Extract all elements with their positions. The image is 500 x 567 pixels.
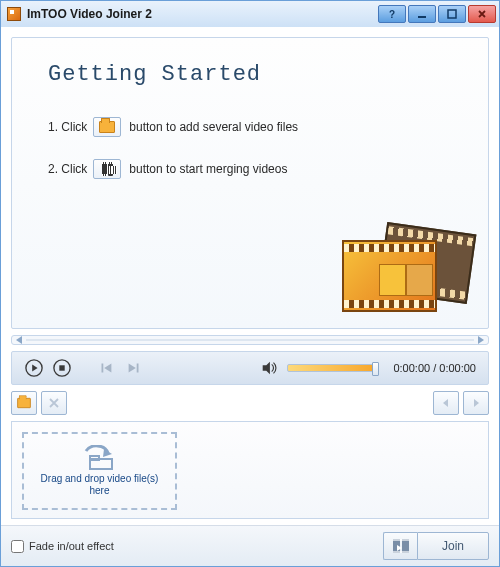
time-display: 0:00:00 / 0:00:00 <box>393 362 476 374</box>
svg-rect-9 <box>102 364 104 373</box>
close-button[interactable] <box>468 5 496 23</box>
window-title: ImTOO Video Joiner 2 <box>27 7 152 21</box>
fade-label: Fade in/out effect <box>29 540 114 552</box>
move-left-button[interactable] <box>433 391 459 415</box>
content-area: Getting Started 1. Click button to add s… <box>1 27 499 525</box>
film-icon <box>102 162 113 176</box>
svg-marker-4 <box>478 336 484 344</box>
add-file-button[interactable] <box>11 391 37 415</box>
svg-rect-22 <box>393 551 409 553</box>
move-right-button[interactable] <box>463 391 489 415</box>
svg-rect-19 <box>393 539 400 553</box>
seek-track[interactable] <box>11 335 489 345</box>
drop-arrow-icon <box>80 445 120 471</box>
folder-icon <box>99 121 115 133</box>
playback-controls: 0:00:00 / 0:00:00 <box>11 351 489 385</box>
join-button[interactable]: Join <box>417 532 489 560</box>
app-icon <box>7 7 21 21</box>
step-1: 1. Click button to add several video fil… <box>48 117 462 137</box>
svg-marker-6 <box>32 364 37 371</box>
svg-text:?: ? <box>389 9 395 20</box>
join-icon <box>383 532 417 560</box>
folder-icon <box>17 398 31 408</box>
svg-marker-10 <box>104 364 111 373</box>
step-1-pre: 1. Click <box>48 120 87 134</box>
fade-effect-option[interactable]: Fade in/out effect <box>11 540 114 553</box>
svg-rect-1 <box>418 16 426 18</box>
getting-started-panel: Getting Started 1. Click button to add s… <box>11 37 489 329</box>
minimize-button[interactable] <box>408 5 436 23</box>
volume-icon[interactable] <box>259 358 279 378</box>
step-1-post: button to add several video files <box>129 120 298 134</box>
svg-rect-12 <box>137 364 139 373</box>
step-2-post: button to start merging videos <box>129 162 287 176</box>
svg-marker-15 <box>474 399 479 407</box>
play-button[interactable] <box>24 358 44 378</box>
drop-zone-label: Drag and drop video file(s) here <box>24 473 175 497</box>
join-button-label: Join <box>442 539 464 553</box>
svg-rect-8 <box>59 365 64 370</box>
file-toolbar <box>11 391 489 415</box>
getting-started-title: Getting Started <box>48 62 462 87</box>
remove-file-button[interactable] <box>41 391 67 415</box>
next-button[interactable] <box>124 358 144 378</box>
titlebar: ImTOO Video Joiner 2 ? <box>1 1 499 27</box>
step-2: 2. Click button to start merging videos <box>48 159 462 179</box>
help-button[interactable]: ? <box>378 5 406 23</box>
join-group: Join <box>383 532 489 560</box>
bottom-bar: Fade in/out effect Join <box>1 525 499 566</box>
prev-button[interactable] <box>96 358 116 378</box>
svg-marker-3 <box>16 336 22 344</box>
add-files-icon-inline <box>93 117 121 137</box>
joiner-illustration <box>342 228 472 318</box>
svg-rect-2 <box>448 10 456 18</box>
drop-zone[interactable]: Drag and drop video file(s) here <box>22 432 177 510</box>
merge-icon-inline <box>93 159 121 179</box>
svg-marker-13 <box>263 362 270 375</box>
titlebar-controls: ? <box>378 5 496 23</box>
app-window: ImTOO Video Joiner 2 ? Getting Started 1… <box>0 0 500 567</box>
stop-button[interactable] <box>52 358 72 378</box>
file-list-area: Drag and drop video file(s) here <box>11 421 489 519</box>
fade-checkbox[interactable] <box>11 540 24 553</box>
track-end-icon <box>476 336 484 344</box>
svg-rect-21 <box>393 539 409 541</box>
volume-slider[interactable] <box>287 364 377 372</box>
svg-rect-20 <box>402 539 409 553</box>
step-2-pre: 2. Click <box>48 162 87 176</box>
maximize-button[interactable] <box>438 5 466 23</box>
svg-marker-11 <box>129 364 136 373</box>
timeline-area <box>11 335 489 345</box>
track-start-icon <box>16 336 24 344</box>
svg-marker-14 <box>443 399 448 407</box>
